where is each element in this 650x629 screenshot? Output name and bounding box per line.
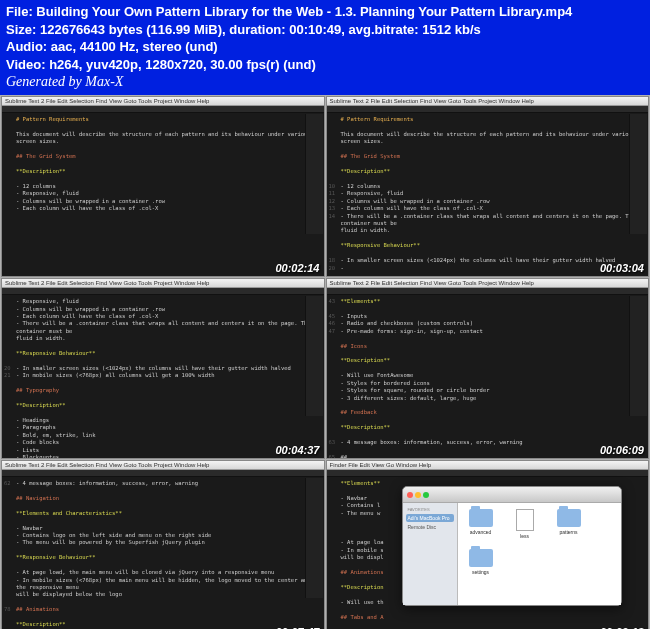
screenshot-1: Sublime Text 2 File Edit Selection Find … <box>1 96 325 277</box>
timestamp: 00:02:14 <box>275 262 319 274</box>
audio-value: aac, 44100 Hz, stereo (und) <box>51 39 218 54</box>
file-icon <box>516 509 534 531</box>
close-icon[interactable] <box>407 492 413 498</box>
generated-by: Generated by Max-X <box>6 73 644 92</box>
menu-bar[interactable]: Sublime Text 2 File Edit Selection Find … <box>2 97 324 106</box>
minimap[interactable] <box>629 114 647 234</box>
editor-content[interactable]: # Pattern Requirements This document wil… <box>2 113 324 215</box>
folder-item[interactable]: patterns <box>552 509 586 539</box>
sidebar-item-remote[interactable]: Remote Disc <box>406 523 454 531</box>
screenshot-3: Sublime Text 2 File Edit Selection Find … <box>1 278 325 459</box>
folder-icon <box>469 509 493 527</box>
file-value: Building Your Own Pattern Library for th… <box>36 4 572 19</box>
tab-bar[interactable] <box>327 470 649 477</box>
zoom-icon[interactable] <box>423 492 429 498</box>
folder-item[interactable]: advanced <box>464 509 498 539</box>
finder-sidebar[interactable]: FAVORITES Adi's MacBook Pro Remote Disc <box>403 503 458 605</box>
editor-content[interactable]: # Pattern Requirements This document wil… <box>327 113 649 275</box>
info-header: File: Building Your Own Pattern Library … <box>0 0 650 95</box>
menu-bar[interactable]: Sublime Text 2 File Edit Selection Find … <box>2 279 324 288</box>
editor-content[interactable]: 62- 4 message boxes: information, succes… <box>2 477 324 629</box>
screenshot-5: Sublime Text 2 File Edit Selection Find … <box>1 460 325 629</box>
editor-content[interactable]: 43**Elements** 45- Inputs46- Radio and c… <box>327 295 649 459</box>
sidebar-item-device[interactable]: Adi's MacBook Pro <box>406 514 454 522</box>
tab-bar[interactable] <box>327 288 649 295</box>
minimap[interactable] <box>305 478 323 598</box>
screenshot-2: Sublime Text 2 File Edit Selection Find … <box>326 96 650 277</box>
sidebar-heading: FAVORITES <box>406 506 454 513</box>
tab-bar[interactable] <box>2 106 324 113</box>
tab-bar[interactable] <box>2 288 324 295</box>
menu-bar[interactable]: Sublime Text 2 File Edit Selection Find … <box>2 461 324 470</box>
screenshot-4: Sublime Text 2 File Edit Selection Find … <box>326 278 650 459</box>
finder-main[interactable]: advanced less patterns settings <box>458 503 621 605</box>
finder-titlebar[interactable] <box>403 487 621 503</box>
video-label: Video: <box>6 57 46 72</box>
menu-bar[interactable]: Sublime Text 2 File Edit Selection Find … <box>327 97 649 106</box>
audio-label: Audio: <box>6 39 47 54</box>
menu-bar[interactable]: Finder File Edit View Go Window Help <box>327 461 649 470</box>
editor-content[interactable]: - Responsive, fluid- Columns will be wra… <box>2 295 324 459</box>
tab-bar[interactable] <box>2 470 324 477</box>
finder-window[interactable]: FAVORITES Adi's MacBook Pro Remote Disc … <box>402 486 622 606</box>
minimap[interactable] <box>629 296 647 416</box>
file-item[interactable]: less <box>508 509 542 539</box>
timestamp: 00:04:37 <box>275 444 319 456</box>
size-label: Size: <box>6 22 36 37</box>
size-value: 122676643 bytes (116.99 MiB), duration: … <box>40 22 481 37</box>
folder-icon <box>469 549 493 567</box>
menu-bar[interactable]: Sublime Text 2 File Edit Selection Find … <box>327 279 649 288</box>
timestamp: 00:03:04 <box>600 262 644 274</box>
file-label: File: <box>6 4 33 19</box>
thumbnail-grid: Sublime Text 2 File Edit Selection Find … <box>0 95 650 629</box>
folder-icon <box>557 509 581 527</box>
video-value: h264, yuv420p, 1280x720, 30.00 fps(r) (u… <box>49 57 316 72</box>
minimap[interactable] <box>305 296 323 416</box>
tab-bar[interactable] <box>327 106 649 113</box>
timestamp: 00:06:09 <box>600 444 644 456</box>
minimize-icon[interactable] <box>415 492 421 498</box>
screenshot-6: Finder File Edit View Go Window Help **E… <box>326 460 650 629</box>
folder-item[interactable]: settings <box>464 549 498 575</box>
minimap[interactable] <box>305 114 323 234</box>
